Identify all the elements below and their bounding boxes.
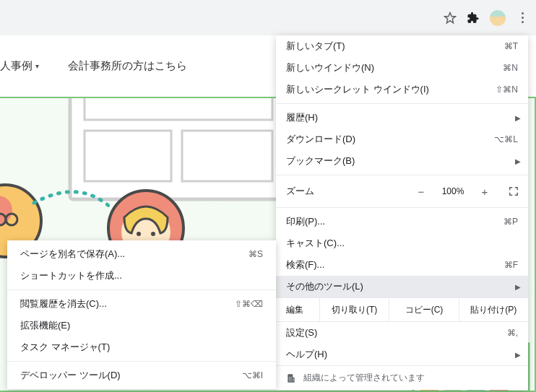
menu-more-tools-label: その他のツール(L) bbox=[286, 280, 518, 293]
submenu-task-manager-label: タスク マネージャ(T) bbox=[20, 341, 263, 354]
building-icon bbox=[286, 373, 296, 383]
menu-more-tools[interactable]: その他のツール(L) ▶ bbox=[276, 276, 528, 297]
menu-cast[interactable]: キャスト(C)... bbox=[276, 232, 528, 254]
menu-separator bbox=[276, 207, 528, 208]
menu-edit-label: 編集 bbox=[276, 298, 319, 321]
zoom-in-button[interactable]: + bbox=[470, 186, 499, 198]
menu-separator bbox=[276, 103, 528, 104]
menu-bookmarks-label: ブックマーク(B) bbox=[286, 154, 518, 167]
zoom-out-button[interactable]: − bbox=[407, 186, 436, 198]
menu-new-window-label: 新しいウインドウ(N) bbox=[286, 61, 503, 74]
menu-managed[interactable]: 組織によって管理されています bbox=[276, 365, 528, 390]
submenu-arrow-icon: ▶ bbox=[515, 283, 521, 291]
menu-downloads-label: ダウンロード(D) bbox=[286, 133, 494, 146]
menu-new-window-shortcut: ⌘N bbox=[503, 63, 518, 73]
submenu-dev-tools[interactable]: デベロッパー ツール(D) ⌥⌘I bbox=[7, 365, 276, 386]
menu-separator bbox=[7, 361, 276, 362]
menu-new-tab-shortcut: ⌘T bbox=[504, 41, 518, 51]
menu-settings[interactable]: 設定(S) ⌘, bbox=[276, 322, 528, 344]
submenu-save-as-label: ページを別名で保存(A)... bbox=[20, 248, 248, 261]
submenu-clear-data-shortcut: ⇧⌘⌫ bbox=[235, 299, 263, 309]
submenu-extensions[interactable]: 拡張機能(E) bbox=[7, 315, 276, 336]
bookmark-star-icon[interactable] bbox=[444, 12, 457, 25]
submenu-task-manager[interactable]: タスク マネージャ(T) bbox=[7, 336, 276, 358]
kebab-menu-icon[interactable] bbox=[516, 12, 529, 25]
nav-accounting[interactable]: 会計事務所の方はこちら bbox=[68, 59, 187, 73]
menu-find-shortcut: ⌘F bbox=[504, 260, 518, 270]
menu-separator bbox=[276, 175, 528, 175]
menu-separator bbox=[7, 289, 276, 290]
menu-zoom: ズーム − 100% + bbox=[276, 178, 528, 204]
menu-print-label: 印刷(P)... bbox=[286, 215, 503, 228]
menu-print-shortcut: ⌘P bbox=[503, 217, 518, 227]
submenu-arrow-icon: ▶ bbox=[515, 114, 521, 122]
menu-settings-label: 設定(S) bbox=[286, 326, 507, 339]
submenu-save-as[interactable]: ページを別名で保存(A)... ⌘S bbox=[7, 243, 276, 265]
menu-new-tab-label: 新しいタブ(T) bbox=[286, 40, 504, 53]
menu-help[interactable]: ヘルプ(H) ▶ bbox=[276, 344, 528, 365]
submenu-create-shortcut[interactable]: ショートカットを作成... bbox=[7, 265, 276, 287]
chrome-more-tools-submenu: ページを別名で保存(A)... ⌘S ショートカットを作成... 閲覧履歴を消去… bbox=[7, 240, 276, 389]
menu-managed-label: 組織によって管理されています bbox=[303, 372, 425, 384]
menu-downloads-shortcut: ⌥⌘L bbox=[494, 134, 518, 144]
extensions-puzzle-icon[interactable] bbox=[467, 12, 480, 25]
menu-edit-row: 編集 切り取り(T) コピー(C) 貼り付け(P) bbox=[276, 297, 528, 322]
profile-avatar[interactable] bbox=[490, 10, 506, 26]
menu-new-tab[interactable]: 新しいタブ(T) ⌘T bbox=[276, 35, 528, 57]
nav-cases-label: 人事例 bbox=[0, 59, 33, 73]
browser-toolbar bbox=[0, 0, 536, 35]
menu-find-label: 検索(F)... bbox=[286, 258, 504, 271]
menu-cut[interactable]: 切り取り(T) bbox=[319, 298, 389, 321]
menu-history-label: 履歴(H) bbox=[286, 111, 518, 124]
menu-print[interactable]: 印刷(P)... ⌘P bbox=[276, 211, 528, 232]
nav-cases[interactable]: 人事例 ▾ bbox=[0, 59, 39, 73]
fullscreen-button[interactable] bbox=[499, 186, 528, 196]
chevron-down-icon: ▾ bbox=[35, 62, 39, 70]
menu-find[interactable]: 検索(F)... ⌘F bbox=[276, 254, 528, 276]
menu-settings-shortcut: ⌘, bbox=[507, 328, 518, 338]
svg-point-12 bbox=[151, 232, 155, 236]
zoom-value: 100% bbox=[436, 186, 470, 196]
submenu-arrow-icon: ▶ bbox=[515, 351, 521, 359]
submenu-arrow-icon: ▶ bbox=[515, 157, 521, 165]
menu-cast-label: キャスト(C)... bbox=[286, 237, 518, 250]
menu-new-incognito-label: 新しいシークレット ウインドウ(I) bbox=[286, 83, 496, 96]
menu-paste[interactable]: 貼り付け(P) bbox=[459, 298, 528, 321]
submenu-dev-tools-label: デベロッパー ツール(D) bbox=[20, 369, 242, 382]
menu-copy[interactable]: コピー(C) bbox=[389, 298, 458, 321]
menu-new-incognito-shortcut: ⇧⌘N bbox=[496, 84, 518, 95]
menu-history[interactable]: 履歴(H) ▶ bbox=[276, 107, 528, 129]
submenu-create-shortcut-label: ショートカットを作成... bbox=[20, 269, 263, 282]
menu-downloads[interactable]: ダウンロード(D) ⌥⌘L bbox=[276, 129, 528, 150]
submenu-clear-data-label: 閲覧履歴を消去(C)... bbox=[20, 297, 235, 310]
submenu-dev-tools-shortcut: ⌥⌘I bbox=[242, 370, 263, 380]
svg-rect-0 bbox=[70, 98, 287, 199]
menu-bookmarks[interactable]: ブックマーク(B) ▶ bbox=[276, 150, 528, 172]
chrome-main-menu: 新しいタブ(T) ⌘T 新しいウインドウ(N) ⌘N 新しいシークレット ウイン… bbox=[276, 35, 528, 390]
submenu-clear-data[interactable]: 閲覧履歴を消去(C)... ⇧⌘⌫ bbox=[7, 293, 276, 315]
submenu-extensions-label: 拡張機能(E) bbox=[20, 319, 263, 332]
svg-point-11 bbox=[137, 232, 141, 236]
menu-new-incognito[interactable]: 新しいシークレット ウインドウ(I) ⇧⌘N bbox=[276, 79, 528, 100]
menu-help-label: ヘルプ(H) bbox=[286, 348, 518, 361]
nav-accounting-label: 会計事務所の方はこちら bbox=[68, 59, 187, 73]
menu-zoom-label: ズーム bbox=[286, 185, 407, 198]
submenu-save-as-shortcut: ⌘S bbox=[248, 249, 263, 259]
menu-new-window[interactable]: 新しいウインドウ(N) ⌘N bbox=[276, 57, 528, 79]
